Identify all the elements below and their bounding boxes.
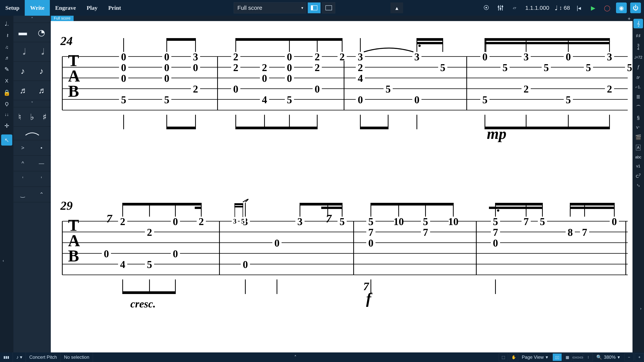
- power-icon[interactable]: ⏻: [630, 2, 641, 13]
- view-mode-dropdown[interactable]: Page View ▾: [518, 353, 551, 362]
- rewind-icon[interactable]: |◂: [574, 2, 584, 13]
- layout-dropdown[interactable]: Full score ▾: [234, 2, 306, 13]
- video-panel-icon[interactable]: 🎬: [635, 134, 641, 140]
- hand-tool[interactable]: ✋: [509, 353, 518, 361]
- half-note-alt-icon[interactable]: 𝅗𝅥: [32, 42, 51, 61]
- panel-scroll-up[interactable]: ˄: [14, 16, 51, 23]
- svg-text:0: 0: [315, 83, 320, 95]
- tab-play[interactable]: Play: [81, 0, 103, 16]
- svg-text:0: 0: [566, 51, 571, 63]
- whole-rest-icon[interactable]: ◔: [32, 23, 51, 42]
- tenuto-icon[interactable]: —: [32, 156, 51, 171]
- add-tab-button[interactable]: +: [628, 16, 632, 22]
- sixteenth-note-icon[interactable]: ♬: [14, 81, 32, 100]
- svg-text:5: 5: [121, 94, 126, 105]
- galley-view-button[interactable]: [308, 2, 321, 13]
- note-input-indicator[interactable]: ♪ ▾: [13, 353, 26, 362]
- chord-symbol-panel-icon[interactable]: C7: [636, 173, 641, 179]
- tempo-panel-icon[interactable]: ♩=72: [634, 55, 642, 59]
- lyrics-panel-icon[interactable]: abc: [635, 155, 641, 159]
- left-panel-expand[interactable]: ‹: [0, 255, 6, 266]
- bottom-panel-toggle[interactable]: ˄: [294, 355, 296, 360]
- svg-rect-205: [122, 291, 176, 294]
- staccatissimo-icon[interactable]: ˈ: [14, 171, 32, 187]
- beam-join-icon[interactable]: ↓↓: [4, 112, 9, 117]
- svg-rect-278: [495, 207, 526, 209]
- midi-indicator[interactable]: ▮▮▮: [0, 353, 13, 362]
- view-spreads[interactable]: ▦: [563, 353, 572, 361]
- fermata-icon[interactable]: ⌃: [32, 187, 51, 202]
- chord-tool-icon[interactable]: ♫: [5, 44, 8, 50]
- tab-clef-icon[interactable]: Ϙ: [5, 101, 8, 107]
- natural-icon[interactable]: ♮: [14, 107, 26, 126]
- insert-icon[interactable]: ✛: [4, 122, 9, 129]
- document-tab[interactable]: Full score: [51, 16, 74, 21]
- ornaments-panel-icon[interactable]: tr: [636, 74, 640, 80]
- page-view-button[interactable]: [322, 2, 335, 13]
- layout-dropdown-label: Full score: [237, 4, 262, 11]
- panel-scroll-down[interactable]: ˅: [14, 100, 51, 107]
- figured-bass-panel-icon[interactable]: ⁵₃: [637, 183, 640, 188]
- half-note-icon[interactable]: 𝅗𝅥: [14, 42, 32, 61]
- svg-rect-199: [122, 203, 202, 206]
- repeat-ending-panel-icon[interactable]: ⌐1.: [636, 85, 641, 89]
- lock-icon[interactable]: 🔒: [3, 89, 10, 96]
- pitch-mode[interactable]: Concert Pitch: [26, 353, 60, 362]
- gliss-panel-icon[interactable]: V⁻: [636, 125, 640, 130]
- time-sig-panel-icon[interactable]: 34: [637, 43, 639, 50]
- block-rest-icon[interactable]: ▬: [14, 23, 32, 42]
- view-single-page[interactable]: ▯▯: [552, 353, 562, 361]
- dotted-note-icon[interactable]: ♩.: [4, 20, 9, 27]
- right-panel-expand[interactable]: ›: [638, 303, 644, 314]
- tempo-display[interactable]: ♩↕68: [555, 4, 570, 12]
- tab-print[interactable]: Print: [103, 0, 126, 16]
- svg-text:2: 2: [524, 83, 529, 95]
- sixteenth-note-alt-icon[interactable]: ♬: [32, 81, 51, 100]
- clef-panel-icon[interactable]: 𝄞: [634, 19, 643, 28]
- view-horizontal[interactable]: ▭▭▭: [573, 353, 582, 361]
- arpeggio-panel-icon[interactable]: §: [637, 115, 640, 121]
- score-area[interactable]: TAB2400050005302220204000522023240530505…: [51, 21, 632, 353]
- staccato-icon[interactable]: •: [32, 140, 51, 156]
- panel-toggle-button[interactable]: ▴: [390, 2, 403, 13]
- tie-icon[interactable]: [14, 127, 51, 140]
- zoom-in-button[interactable]: +: [635, 353, 644, 361]
- mixer-icon[interactable]: [495, 2, 506, 13]
- flat-icon[interactable]: ♭: [26, 107, 38, 126]
- tab-write[interactable]: Write: [25, 0, 50, 16]
- key-sig-panel-icon[interactable]: ♯♯: [636, 33, 641, 39]
- svg-rect-154: [486, 38, 610, 41]
- video-icon[interactable]: ⦿: [481, 2, 492, 13]
- accent-icon[interactable]: >: [14, 140, 32, 156]
- tab-setup[interactable]: Setup: [0, 0, 25, 16]
- pointer-tool[interactable]: ↖: [1, 134, 12, 146]
- slash-tool-icon[interactable]: ✎: [4, 66, 9, 73]
- sharp-icon[interactable]: ♯: [38, 107, 51, 126]
- svg-text:5: 5: [287, 94, 292, 105]
- marcato-icon[interactable]: ^: [14, 156, 32, 171]
- tab-engrave[interactable]: Engrave: [50, 0, 81, 16]
- zoom-out-button[interactable]: −: [624, 353, 634, 361]
- svg-rect-53: [166, 127, 196, 129]
- dynamics-panel-icon[interactable]: f: [638, 64, 639, 70]
- grace-note-icon[interactable]: ♬: [5, 55, 8, 60]
- play-icon[interactable]: ▶: [588, 2, 598, 13]
- record-icon[interactable]: ◯: [602, 2, 612, 13]
- transport-position: 1.1.1.000: [524, 4, 551, 11]
- wedge-icon[interactable]: ˈ: [32, 171, 51, 187]
- eighth-note-icon[interactable]: ♪: [14, 61, 32, 81]
- click-icon[interactable]: ◉: [616, 2, 627, 13]
- pause-panel-icon[interactable]: ⏜: [636, 104, 640, 110]
- bar-repeat-panel-icon[interactable]: ≣: [636, 94, 640, 100]
- view-vertical[interactable]: ⁝: [584, 353, 593, 361]
- svg-text:0: 0: [287, 62, 292, 73]
- marquee-tool[interactable]: ⬚: [499, 353, 508, 361]
- voice-panel-icon[interactable]: v1: [636, 164, 640, 168]
- eighth-note-alt-icon[interactable]: ♪: [32, 61, 51, 81]
- transport-marker-icon[interactable]: ▱: [509, 2, 520, 13]
- svg-text:0: 0: [164, 73, 170, 84]
- scissors-icon[interactable]: X: [5, 78, 8, 84]
- breath-icon[interactable]: ‿: [14, 187, 32, 202]
- zoom-display[interactable]: 🔍 380% ▾: [593, 353, 623, 362]
- text-frame-panel-icon[interactable]: A: [636, 145, 640, 150]
